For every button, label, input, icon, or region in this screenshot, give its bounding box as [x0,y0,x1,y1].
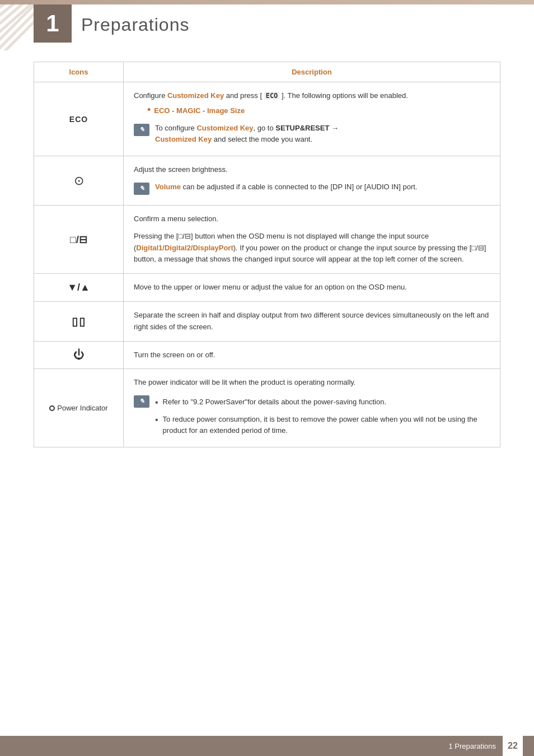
table-row: ⏻ Turn the screen on or off. [34,341,500,369]
power-indicator-icon: Power Indicator [43,404,114,412]
table-row: ECO Configure Customized Key and press [… [34,82,500,156]
note-icon: ✎ [134,124,149,136]
desc-cell-power-indicator: The power indicator will be lit when the… [124,369,500,447]
power-indicator-desc-main: The power indicator will be lit when the… [134,377,490,389]
eco-options-line: • ECO - MAGIC - Image Size [147,105,490,117]
menu-desc-sub: Pressing the [□/⊟] button when the OSD m… [134,231,490,265]
note-icon: ✎ [134,395,149,408]
icon-cell-eco: ECO [34,82,124,156]
arrows-icon: ▼/▲ [67,282,90,293]
icon-cell-power: ⏻ [34,341,124,369]
power-indicator-label: Power Indicator [57,404,107,412]
col-description-header: Description [124,62,500,82]
main-content: Icons Description ECO Configure Customiz… [34,62,500,447]
icon-cell-split: ▯▯ [34,301,124,341]
footer-text: 1 Preparations [448,742,496,750]
eco-icon: ECO [69,115,88,124]
chapter-block: 1 [34,4,72,43]
split-desc-main: Separate the screen in half and display … [134,310,490,333]
power-icon: ⏻ [73,348,85,361]
menu-icon: □/⊟ [70,234,87,245]
brightness-note-text: Volume can be adjusted if a cable is con… [155,181,417,193]
icons-table: Icons Description ECO Configure Customiz… [34,62,500,447]
table-row: Power Indicator The power indicator will… [34,369,500,447]
eco-note-text: To configure Customized Key, go to SETUP… [155,123,339,146]
table-row: ▼/▲ Move to the upper or lower menu or a… [34,274,500,302]
desc-cell-split: Separate the screen in half and display … [124,301,500,341]
eco-note: ✎ To configure Customized Key, go to SET… [134,123,490,146]
chapter-number: 1 [46,12,59,35]
footer: 1 Preparations 22 [0,736,534,756]
power-desc-main: Turn the screen on or off. [134,349,490,361]
page-title: Preparations [81,15,189,35]
icon-cell-menu: □/⊟ [34,205,124,273]
power-indicator-note-text: • Refer to "9.2 PowerSaver"for details a… [155,394,490,437]
col-icons-header: Icons [34,62,124,82]
footer-page-number: 22 [503,736,523,756]
menu-desc-main: Confirm a menu selection. [134,213,490,225]
eco-desc-main: Configure Customized Key and press [ ECO… [134,90,490,102]
icon-cell-power-indicator: Power Indicator [34,369,124,447]
icon-cell-arrows: ▼/▲ [34,274,124,302]
desc-cell-eco: Configure Customized Key and press [ ECO… [124,82,500,156]
brightness-desc-main: Adjust the screen brightness. [134,164,490,176]
arrows-desc-main: Move to the upper or lower menu or adjus… [134,282,490,293]
desc-cell-arrows: Move to the upper or lower menu or adjus… [124,274,500,302]
split-icon: ▯▯ [72,315,86,328]
table-row: ▯▯ Separate the screen in half and displ… [34,301,500,341]
table-row: □/⊟ Confirm a menu selection. Pressing t… [34,205,500,273]
brightness-note: ✎ Volume can be adjusted if a cable is c… [134,181,490,195]
power-indicator-note: ✎ • Refer to "9.2 PowerSaver"for details… [134,394,490,437]
header-stripe [0,0,534,4]
desc-cell-menu: Confirm a menu selection. Pressing the [… [124,205,500,273]
desc-cell-power: Turn the screen on or off. [124,341,500,369]
brightness-icon: ⊙ [74,174,84,188]
icon-cell-brightness: ⊙ [34,156,124,206]
desc-cell-brightness: Adjust the screen brightness. ✎ Volume c… [124,156,500,206]
table-row: ⊙ Adjust the screen brightness. ✎ Volume… [34,156,500,206]
note-icon: ✎ [134,183,149,195]
